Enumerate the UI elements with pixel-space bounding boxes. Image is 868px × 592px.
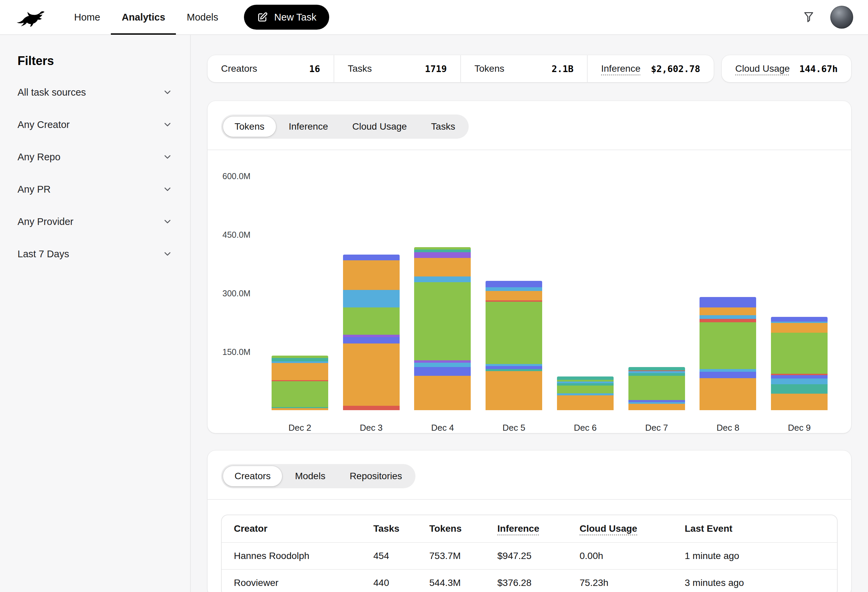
filters-title: Filters — [18, 54, 173, 68]
chevron-down-icon — [162, 184, 173, 194]
filter-date-range[interactable]: Last 7 Days — [18, 238, 173, 270]
bar-segment-teal — [629, 367, 685, 370]
stacked-bar-dec-2[interactable] — [272, 356, 328, 410]
kangaroo-logo-icon — [15, 8, 46, 27]
x-tick-label: Dec 3 — [336, 415, 407, 433]
filter-provider[interactable]: Any Provider — [18, 205, 173, 238]
chevron-down-icon — [162, 249, 173, 259]
stat-value: 144.67h — [799, 64, 838, 74]
nav-models[interactable]: Models — [176, 0, 229, 35]
tab-cloud-usage[interactable]: Cloud Usage — [341, 116, 418, 137]
avatar[interactable] — [830, 6, 853, 29]
stacked-bar-dec-6[interactable] — [557, 377, 614, 410]
col-cloud-usage[interactable]: Cloud Usage — [580, 523, 685, 534]
tab-repositories[interactable]: Repositories — [338, 466, 414, 486]
x-tick-label: Dec 4 — [407, 415, 478, 433]
stat-label: Creators — [221, 63, 257, 74]
stacked-bar-dec-8[interactable] — [700, 297, 756, 410]
bar-segment-orange — [486, 371, 542, 410]
stat-tasks: Tasks 1719 — [334, 55, 460, 82]
tab-tokens[interactable]: Tokens — [223, 116, 276, 137]
stacked-bar-dec-5[interactable] — [486, 281, 542, 410]
col-last-event: Last Event — [685, 523, 825, 534]
tab-models[interactable]: Models — [283, 466, 337, 486]
stat-tokens: Tokens 2.1B — [460, 55, 587, 82]
bar-segment-red — [343, 406, 400, 410]
bar-segment-orange — [343, 260, 400, 290]
bar-slot — [549, 161, 621, 410]
stacked-bar-dec-7[interactable] — [629, 367, 685, 410]
divider — [208, 499, 851, 500]
filter-funnel-icon[interactable] — [802, 10, 815, 24]
bar-segment-indigo — [486, 281, 542, 287]
stat-value: 2.1B — [552, 64, 574, 74]
bar-segment-orange — [557, 395, 614, 410]
stacked-bar-dec-3[interactable] — [343, 255, 400, 410]
bar-segment-indigo — [343, 337, 400, 343]
bar-segment-orange — [272, 363, 328, 380]
table-row[interactable]: Hannes Roodolph 454 753.7M $947.25 0.00h… — [222, 542, 837, 569]
bar-segment-purple — [343, 335, 400, 337]
col-inference[interactable]: Inference — [497, 523, 580, 534]
kangaroo-logo[interactable] — [15, 8, 46, 27]
stat-inference: Inference $2,602.78 — [587, 55, 714, 82]
chevron-down-icon — [162, 87, 173, 97]
tokens-stacked-bar-chart: 150.0M300.0M450.0M600.0M Dec 2Dec 3Dec 4… — [221, 161, 838, 433]
bar-segment-orange — [414, 258, 471, 277]
stat-label: Tasks — [348, 63, 372, 74]
stat-value: 16 — [309, 64, 320, 74]
tab-inference[interactable]: Inference — [277, 116, 340, 137]
bar-segment-indigo — [771, 317, 828, 322]
stats-cloud-usage-card: Cloud Usage 144.67h — [722, 55, 851, 82]
stacked-bar-dec-4[interactable] — [414, 247, 471, 410]
filter-pr[interactable]: Any PR — [18, 173, 173, 205]
filters-sidebar: Filters All task sources Any Creator Any… — [0, 35, 191, 592]
cell-cloud-usage: 0.00h — [580, 551, 685, 561]
compose-icon — [257, 12, 268, 23]
col-tasks: Tasks — [373, 523, 429, 534]
x-tick-label: Dec 9 — [763, 415, 835, 433]
filter-creator[interactable]: Any Creator — [18, 108, 173, 141]
bar-segment-sky — [700, 369, 756, 372]
filter-label: Any Creator — [18, 119, 70, 130]
table-row[interactable]: Rooviewer 440 544.3M $376.28 75.23h 3 mi… — [222, 569, 837, 592]
bar-slot — [407, 161, 478, 410]
bar-segment-green — [771, 333, 828, 374]
chevron-down-icon — [162, 152, 173, 162]
main-content: Creators 16 Tasks 1719 Tokens 2.1B Infer… — [191, 35, 868, 592]
bar-segment-sky — [414, 277, 471, 282]
bar-segment-sky — [771, 378, 828, 384]
stat-label-cloud-usage[interactable]: Cloud Usage — [735, 63, 790, 74]
y-tick-label: 150.0M — [222, 347, 250, 357]
tab-tasks[interactable]: Tasks — [419, 116, 467, 137]
nav-analytics[interactable]: Analytics — [111, 0, 176, 35]
bar-segment-teal — [557, 383, 614, 386]
bar-segment-orange — [629, 404, 685, 410]
chart-tabs-wrap: Tokens Inference Cloud Usage Tasks — [208, 101, 851, 150]
stacked-bar-dec-9[interactable] — [771, 317, 828, 410]
tab-creators[interactable]: Creators — [223, 466, 282, 486]
bar-segment-green — [272, 356, 328, 358]
bar-segment-green — [557, 386, 614, 393]
bar-segment-orange — [272, 408, 328, 410]
bar-segment-indigo — [700, 297, 756, 308]
stat-label-inference[interactable]: Inference — [601, 63, 641, 74]
cell-cloud-usage: 75.23h — [580, 577, 685, 588]
new-task-button[interactable]: New Task — [244, 5, 329, 29]
bar-segment-teal — [557, 377, 614, 380]
stat-label: Tokens — [474, 63, 505, 74]
bar-segment-orange — [700, 308, 756, 315]
chart-tab-group: Tokens Inference Cloud Usage Tasks — [221, 115, 469, 139]
filter-label: All task sources — [18, 87, 86, 98]
y-tick-label: 300.0M — [222, 289, 250, 298]
col-tokens: Tokens — [429, 523, 497, 534]
nav-home[interactable]: Home — [63, 0, 111, 35]
x-tick-label: Dec 6 — [549, 415, 621, 433]
filter-repo[interactable]: Any Repo — [18, 141, 173, 173]
cell-last-event: 1 minute ago — [685, 551, 825, 561]
bar-segment-indigo — [343, 255, 400, 260]
bar-slot — [264, 161, 336, 410]
bar-segment-indigo — [771, 375, 828, 378]
cell-tokens: 753.7M — [429, 551, 497, 561]
filter-task-sources[interactable]: All task sources — [18, 76, 173, 108]
